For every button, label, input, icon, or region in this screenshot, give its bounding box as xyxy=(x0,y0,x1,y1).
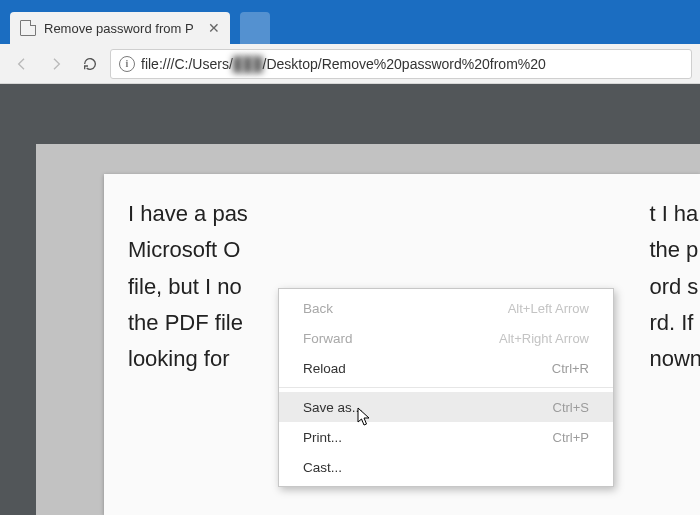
menu-item-forward: Forward Alt+Right Arrow xyxy=(279,323,613,353)
menu-separator xyxy=(279,387,613,388)
arrow-right-icon xyxy=(48,56,64,72)
menu-item-cast[interactable]: Cast... xyxy=(279,452,613,482)
toolbar: file:///C:/Users/███/Desktop/Remove%20pa… xyxy=(0,44,700,84)
new-tab-button[interactable] xyxy=(240,12,270,44)
info-icon[interactable] xyxy=(119,56,135,72)
context-menu: Back Alt+Left Arrow Forward Alt+Right Ar… xyxy=(278,288,614,487)
tab-title: Remove password from P xyxy=(44,21,200,36)
window-titlebar xyxy=(0,0,700,8)
menu-shortcut: Alt+Right Arrow xyxy=(499,331,589,346)
menu-label: Cast... xyxy=(303,460,342,475)
menu-item-back: Back Alt+Left Arrow xyxy=(279,293,613,323)
menu-shortcut: Ctrl+S xyxy=(553,400,589,415)
reload-button[interactable] xyxy=(76,50,104,78)
menu-shortcut: Ctrl+R xyxy=(552,361,589,376)
menu-shortcut: Ctrl+P xyxy=(553,430,589,445)
browser-tab[interactable]: Remove password from P ✕ xyxy=(10,12,230,44)
menu-item-reload[interactable]: Reload Ctrl+R xyxy=(279,353,613,383)
url-text: file:///C:/Users/███/Desktop/Remove%20pa… xyxy=(141,56,546,72)
file-icon xyxy=(20,20,36,36)
menu-label: Reload xyxy=(303,361,346,376)
arrow-left-icon xyxy=(14,56,30,72)
reload-icon xyxy=(82,56,98,72)
address-bar[interactable]: file:///C:/Users/███/Desktop/Remove%20pa… xyxy=(110,49,692,79)
menu-label: Forward xyxy=(303,331,353,346)
close-icon[interactable]: ✕ xyxy=(208,20,220,36)
tab-strip: Remove password from P ✕ xyxy=(0,8,700,44)
menu-label: Back xyxy=(303,301,333,316)
menu-label: Print... xyxy=(303,430,342,445)
viewport: I have a pas Microsoft O file, but I no … xyxy=(0,84,700,515)
menu-shortcut: Alt+Left Arrow xyxy=(508,301,589,316)
menu-item-save-as[interactable]: Save as... Ctrl+S xyxy=(279,392,613,422)
back-button[interactable] xyxy=(8,50,36,78)
menu-label: Save as... xyxy=(303,400,363,415)
forward-button[interactable] xyxy=(42,50,70,78)
menu-item-print[interactable]: Print... Ctrl+P xyxy=(279,422,613,452)
pdf-text-right: t I ha the p ord s rd. If nown xyxy=(649,196,700,377)
